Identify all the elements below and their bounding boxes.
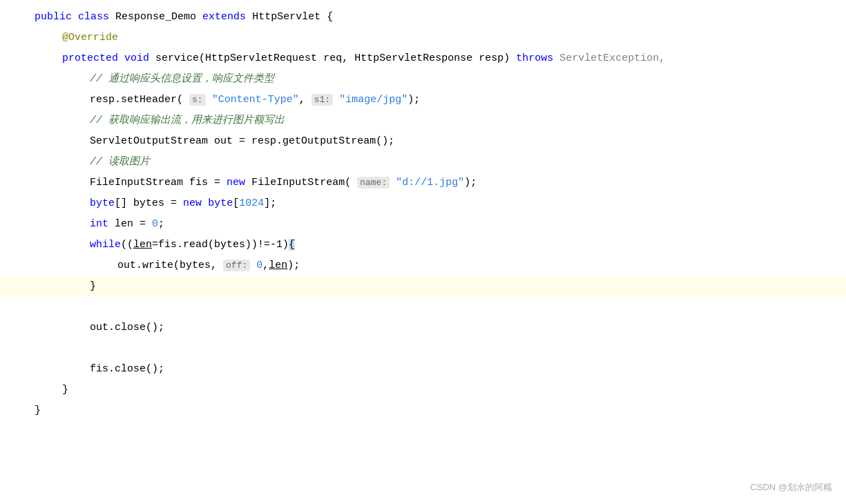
line-content-6: // 获取响应输出流，用来进行图片额写出 — [21, 111, 846, 130]
line-content-18: fis.close(); — [21, 360, 846, 379]
code-line-10: byte[] bytes = new byte[1024]; — [0, 193, 846, 214]
line-content-14: } — [21, 277, 846, 296]
line-content-7: ServletOutputStream out = resp.getOutput… — [21, 132, 846, 151]
line-content-12: while((len=fis.read(bytes))!=-1){ — [21, 235, 846, 255]
code-line-2: @Override — [0, 28, 846, 48]
code-line-3: protected void service(HttpServletReques… — [0, 48, 846, 69]
line-content-3: protected void service(HttpServletReques… — [21, 49, 846, 68]
code-line-9: FileInputStream fis = new FileInputStrea… — [0, 173, 846, 193]
code-line-18: fis.close(); — [0, 359, 846, 380]
line-content-20: } — [21, 401, 846, 420]
line-content-15 — [21, 298, 846, 317]
code-line-5: resp.setHeader( s: "Content-Type", s1: "… — [0, 90, 846, 110]
line-content-19: } — [21, 380, 846, 400]
code-line-16: out.close(); — [0, 318, 846, 338]
code-line-20: } — [0, 400, 846, 421]
line-content-17 — [21, 339, 846, 358]
line-content-10: byte[] bytes = new byte[1024]; — [21, 194, 846, 213]
line-content-9: FileInputStream fis = new FileInputStrea… — [21, 173, 846, 193]
line-content-5: resp.setHeader( s: "Content-Type", s1: "… — [21, 90, 846, 110]
line-content-4: // 通过响应头信息设置，响应文件类型 — [21, 70, 846, 89]
line-content-11: int len = 0; — [21, 215, 846, 234]
code-line-12: while((len=fis.read(bytes))!=-1){ — [0, 235, 846, 255]
code-line-11: int len = 0; — [0, 214, 846, 235]
line-content-13: out.write(bytes, off: 0,len); — [21, 256, 846, 275]
code-line-8: // 读取图片 — [0, 152, 846, 173]
code-line-15 — [0, 297, 846, 318]
code-line-7: ServletOutputStream out = resp.getOutput… — [0, 131, 846, 152]
line-content-16: out.close(); — [21, 318, 846, 338]
line-content-1: public class Response_Demo extends HttpS… — [21, 8, 846, 27]
line-content-8: // 读取图片 — [21, 153, 846, 172]
code-line-6: // 获取响应输出流，用来进行图片额写出 — [0, 110, 846, 131]
code-line-4: // 通过响应头信息设置，响应文件类型 — [0, 69, 846, 90]
code-container: public class Response_Demo extends HttpS… — [0, 0, 846, 504]
code-line-1: public class Response_Demo extends HttpS… — [0, 7, 846, 28]
code-line-17 — [0, 338, 846, 359]
code-line-14: } — [0, 276, 846, 297]
watermark: CSDN @划水的阿糯 — [750, 481, 832, 494]
code-line-19: } — [0, 380, 846, 400]
code-line-13: out.write(bytes, off: 0,len); — [0, 255, 846, 276]
line-content-2: @Override — [21, 28, 846, 48]
